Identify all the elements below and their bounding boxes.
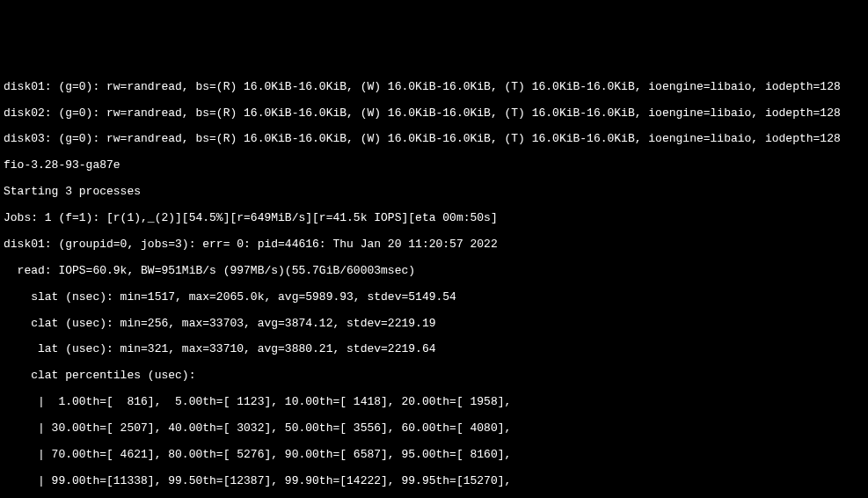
fio-starting-processes: Starting 3 processes [4,186,864,199]
fio-clat-percentile-row1: | 1.00th=[ 816], 5.00th=[ 1123], 10.00th… [4,396,864,409]
fio-job-definition-disk01: disk01: (g=0): rw=randread, bs=(R) 16.0K… [4,81,864,94]
fio-job-definition-disk03: disk03: (g=0): rw=randread, bs=(R) 16.0K… [4,133,864,146]
fio-version: fio-3.28-93-ga87e [4,159,864,172]
fio-clat: clat (usec): min=256, max=33703, avg=387… [4,318,864,331]
fio-clat-percentile-row3: | 70.00th=[ 4621], 80.00th=[ 5276], 90.0… [4,449,864,462]
fio-job-header: disk01: (groupid=0, jobs=3): err= 0: pid… [4,238,864,252]
terminal-output: disk01: (g=0): rw=randread, bs=(R) 16.0K… [0,66,868,498]
fio-clat-percentiles-header: clat percentiles (usec): [4,370,864,383]
fio-lat: lat (usec): min=321, max=33710, avg=3880… [4,343,864,356]
fio-progress-line: Jobs: 1 (f=1): [r(1),_(2)][54.5%][r=649M… [4,212,864,225]
fio-job-definition-disk02: disk02: (g=0): rw=randread, bs=(R) 16.0K… [4,107,864,121]
fio-slat: slat (nsec): min=1517, max=2065.0k, avg=… [4,291,864,304]
fio-clat-percentile-row4: | 99.00th=[11338], 99.50th=[12387], 99.9… [4,475,864,488]
fio-clat-percentile-row2: | 30.00th=[ 2507], 40.00th=[ 3032], 50.0… [4,422,864,436]
fio-read-summary: read: IOPS=60.9k, BW=951MiB/s (997MB/s)(… [4,265,864,278]
